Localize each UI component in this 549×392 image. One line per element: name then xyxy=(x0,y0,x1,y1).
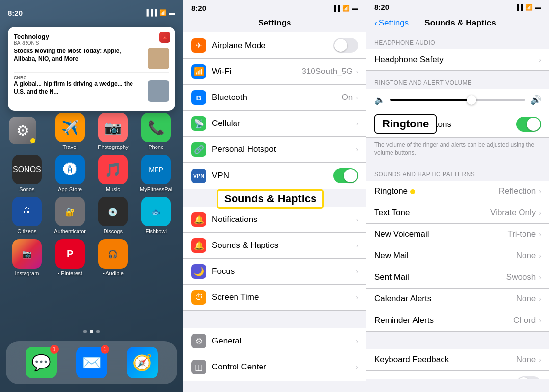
sentmail-value: Swoosh xyxy=(506,272,536,282)
sonos-icon: SONOS xyxy=(12,155,42,184)
audible-icon: 🎧 xyxy=(98,239,128,269)
page-dots xyxy=(0,330,183,333)
sh-item-newvoicemail[interactable]: New Voicemail Tri-tone › xyxy=(366,224,549,245)
dock-mail[interactable]: ✉️ 1 xyxy=(76,347,107,378)
texttone-chevron: › xyxy=(539,209,541,217)
sh-wifi-icon: 📶 xyxy=(525,4,533,11)
sh-item-sentmail[interactable]: Sent Mail Swoosh › xyxy=(366,267,549,289)
settings-item-airplane[interactable]: ✈ Airplane Mode xyxy=(183,32,366,59)
volume-high-icon: 🔊 xyxy=(530,95,541,105)
sh-item-calendaralerts[interactable]: Calendar Alerts None › xyxy=(366,289,549,310)
sounds-chevron: › xyxy=(356,242,358,249)
section-gap-sh xyxy=(366,332,549,349)
time-display-2: 8:20 xyxy=(191,4,206,12)
volume-thumb xyxy=(467,95,476,105)
settings-panel: 8:20 ▐▐ 📶 ▬ Settings ✈ Airplane Mode 📶 W… xyxy=(183,0,366,392)
sh-item-keyboardfeedback[interactable]: Keyboard Feedback None › xyxy=(366,349,549,371)
app-item-empty xyxy=(137,239,175,276)
app-item-discogs[interactable]: 💿 Discogs xyxy=(94,197,132,234)
settings-item-screentime[interactable]: ⏱ Screen Time › xyxy=(183,285,366,311)
sh-item-ringtone[interactable]: Ringtone Reflection › xyxy=(366,181,549,202)
bluetooth-chevron: › xyxy=(356,94,358,101)
sh-time: 8:20 xyxy=(374,3,389,11)
airplane-toggle[interactable] xyxy=(333,38,358,53)
app-item-authenticator[interactable]: 🔐 Authenticator xyxy=(51,197,89,234)
app-item-citizens[interactable]: 🏛 Citizens xyxy=(8,197,46,234)
app-item-appstore[interactable]: 🅐 App Store xyxy=(51,155,89,192)
sounds-icon: 🔔 xyxy=(191,238,206,253)
headphone-safety-chevron: › xyxy=(539,56,541,64)
settings-item-general[interactable]: ⚙ General › xyxy=(183,328,366,354)
screentime-icon: ⏱ xyxy=(191,290,206,305)
settings-item-notifications[interactable]: 🔔 Notifications › xyxy=(183,207,366,233)
app-item-audible[interactable]: 🎧 • Audible xyxy=(94,239,132,276)
yellow-dot-settings xyxy=(30,138,35,143)
hotspot-label: Personal Hotspot xyxy=(212,145,356,154)
sh-item-locksound[interactable]: Lock Sound xyxy=(366,371,549,379)
vpn-icon: VPN xyxy=(191,169,206,183)
settings-item-controlcenter[interactable]: ◫ Control Center › xyxy=(183,354,366,380)
wifi-settings-icon: 📶 xyxy=(191,64,206,79)
dock-messages[interactable]: 💬 1 xyxy=(26,347,57,378)
sh-back-label: Settings xyxy=(379,18,409,28)
sh-item-headphone-safety[interactable]: Headphone Safety › xyxy=(366,49,549,71)
settings-item-sounds[interactable]: 🔔 Sounds & Haptics › xyxy=(183,233,366,259)
status-icons: ▐▐▐ 📶 ▬ xyxy=(144,9,175,16)
settings-item-hotspot[interactable]: 🔗 Personal Hotspot › xyxy=(183,137,366,163)
ringtone-label: Ringtone xyxy=(374,186,499,196)
news-text1: Stocks Moving the Most Today: Apple, Ali… xyxy=(14,48,144,63)
sh-item-reminderalerts[interactable]: Reminder Alerts Chord › xyxy=(366,310,549,332)
dock: 💬 1 ✉️ 1 🧭 xyxy=(6,341,177,384)
app-item-myfitnesspal[interactable]: MFP MyFitnessPal xyxy=(137,155,175,192)
citizens-icon: 🏛 xyxy=(12,197,42,226)
sentmail-label: Sent Mail xyxy=(374,272,506,282)
ringtone-value: Reflection xyxy=(499,186,536,196)
volume-row[interactable]: 🔈 🔊 xyxy=(366,89,549,111)
app-item-phone[interactable]: 📞 Phone xyxy=(137,113,175,150)
app-item-instagram[interactable]: 📷 Instagram xyxy=(8,239,46,276)
sh-item-newmail[interactable]: New Mail None › xyxy=(366,245,549,267)
sh-signal-icon: ▐▐ xyxy=(515,4,523,11)
section-gap-2 xyxy=(183,311,366,328)
settings-item-focus[interactable]: 🌙 Focus › xyxy=(183,259,366,285)
newmail-value: None xyxy=(516,251,536,261)
hotspot-icon: 🔗 xyxy=(191,142,206,157)
settings-item-display[interactable]: ☀ Display & Brightness › xyxy=(183,380,366,381)
volume-slider[interactable] xyxy=(390,99,525,101)
vpn-toggle[interactable] xyxy=(333,168,358,183)
settings-item-cellular[interactable]: 📡 Cellular › xyxy=(183,111,366,137)
airplane-icon: ✈ xyxy=(191,38,206,53)
settings-item-wifi[interactable]: 📶 Wi-Fi 310South_5G › xyxy=(183,59,366,85)
app-item-photography[interactable]: 📷 Photography xyxy=(94,113,132,150)
sh-item-texttone[interactable]: Text Tone Vibrate Only › xyxy=(366,202,549,224)
news-card[interactable]: 🔺 Technology BARRON'S Stocks Moving the … xyxy=(8,27,175,111)
volume-note: The volume of the ringer and alerts can … xyxy=(366,138,549,162)
locksound-toggle[interactable] xyxy=(516,376,541,379)
settings-item-vpn[interactable]: VPN VPN xyxy=(183,163,366,189)
app-item-pinterest[interactable]: P • Pinterest xyxy=(51,239,89,276)
app-item-music[interactable]: 🎵 Music xyxy=(94,155,132,192)
app-item-sonos[interactable]: SONOS Sonos xyxy=(8,155,46,192)
section-gap-1 xyxy=(183,189,366,207)
settings-item-bluetooth[interactable]: B Bluetooth On › xyxy=(183,85,366,111)
newvoicemail-value: Tri-tone xyxy=(507,229,536,239)
locksound-label: Lock Sound xyxy=(374,379,516,379)
app-item-fishbowl[interactable]: 🐟 Fishbowl xyxy=(137,197,175,234)
change-buttons-toggle[interactable] xyxy=(516,117,541,132)
settings-header: Settings xyxy=(183,12,366,32)
app-item-travel2[interactable]: ✈️ Travel xyxy=(51,113,89,150)
sh-back-button[interactable]: ‹ Settings xyxy=(374,17,409,28)
news-text2: A global... hip firm is driving a wedge.… xyxy=(14,80,144,96)
volume-low-icon: 🔈 xyxy=(374,95,385,105)
focus-label: Focus xyxy=(212,267,356,276)
sh-page-title: Sounds & Haptics xyxy=(409,18,512,28)
bluetooth-label: Bluetooth xyxy=(212,93,342,102)
dock-safari[interactable]: 🧭 xyxy=(127,347,158,378)
news-divider xyxy=(14,72,169,73)
settings-app-icon-overlay[interactable]: ⚙ xyxy=(9,117,36,144)
news-tag: Technology xyxy=(14,33,169,40)
news-source2: CNBC xyxy=(14,75,169,80)
messages-badge: 1 xyxy=(50,345,59,354)
cellular-icon: 📡 xyxy=(191,116,206,131)
newmail-label: New Mail xyxy=(374,251,516,261)
